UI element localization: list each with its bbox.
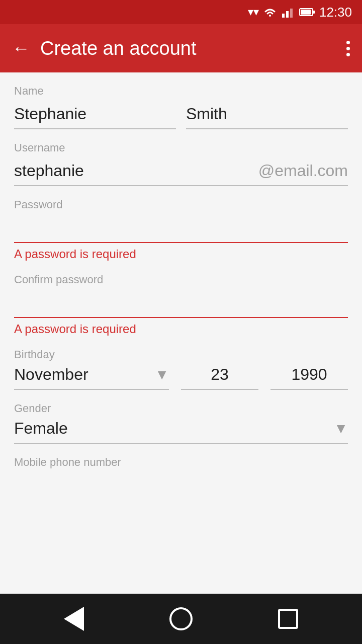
username-suffix: @email.com: [258, 162, 348, 185]
wifi-icon: [263, 7, 277, 18]
app-bar: ← Create an account: [0, 24, 362, 72]
form-content: Name Username @email.com Password A pass…: [0, 72, 362, 594]
password-group: Password A password is required: [14, 198, 348, 261]
birthday-month-dropdown[interactable]: November ▼: [14, 365, 169, 390]
menu-dot: [346, 41, 350, 44]
last-name-input[interactable]: [186, 102, 348, 129]
gender-dropdown-arrow: ▼: [334, 421, 348, 437]
gender-label: Gender: [14, 402, 348, 415]
menu-dot: [346, 53, 350, 56]
overflow-menu-button[interactable]: [346, 41, 350, 56]
month-dropdown-arrow: ▼: [155, 367, 169, 383]
password-input[interactable]: [14, 215, 348, 243]
status-time: 12:30: [319, 5, 352, 20]
svg-rect-5: [301, 10, 311, 15]
password-label: Password: [14, 198, 348, 211]
password-error: A password is required: [14, 247, 348, 261]
wifi-icon: ▾▾: [248, 6, 259, 19]
nav-recents-icon: [278, 609, 298, 629]
nav-recents-button[interactable]: [273, 604, 303, 634]
mobile-group: Mobile phone number: [14, 456, 348, 469]
birthday-row: November ▼ 23 1990: [14, 365, 348, 390]
confirm-password-group: Confirm password A password is required: [14, 273, 348, 336]
confirm-password-input[interactable]: [14, 290, 348, 318]
username-group: Username @email.com: [14, 141, 348, 186]
svg-rect-2: [290, 9, 293, 18]
nav-home-button[interactable]: [166, 604, 196, 634]
birthday-label: Birthday: [14, 348, 348, 361]
svg-rect-4: [313, 11, 315, 14]
username-row: @email.com: [14, 158, 348, 186]
birthday-group: Birthday November ▼ 23 1990: [14, 348, 348, 390]
navigation-bar: [0, 594, 362, 644]
back-button[interactable]: ←: [12, 38, 30, 59]
nav-back-icon: [64, 607, 84, 631]
status-bar: ▾▾ 12:30: [0, 0, 362, 24]
gender-group: Gender Female ▼: [14, 402, 348, 444]
confirm-password-label: Confirm password: [14, 273, 348, 286]
gender-value: Female: [14, 419, 334, 438]
nav-home-icon: [169, 607, 193, 630]
username-input[interactable]: [14, 158, 258, 185]
name-row: [14, 102, 348, 129]
first-name-input[interactable]: [14, 102, 176, 129]
birthday-month-value: November: [14, 365, 151, 384]
menu-dot: [346, 47, 350, 50]
signal-icon: [281, 7, 295, 18]
mobile-label: Mobile phone number: [14, 456, 348, 469]
confirm-password-error: A password is required: [14, 322, 348, 336]
battery-icon: [299, 8, 315, 17]
status-icons: ▾▾ 12:30: [248, 5, 352, 20]
svg-rect-1: [286, 11, 289, 18]
name-group: Name: [14, 85, 348, 129]
nav-back-button[interactable]: [59, 604, 89, 634]
svg-rect-0: [282, 14, 285, 18]
birthday-day-input[interactable]: 23: [181, 365, 258, 390]
username-label: Username: [14, 141, 348, 154]
page-title: Create an account: [40, 38, 336, 59]
gender-dropdown[interactable]: Female ▼: [14, 419, 348, 444]
birthday-year-input[interactable]: 1990: [270, 365, 348, 390]
name-label: Name: [14, 85, 348, 98]
